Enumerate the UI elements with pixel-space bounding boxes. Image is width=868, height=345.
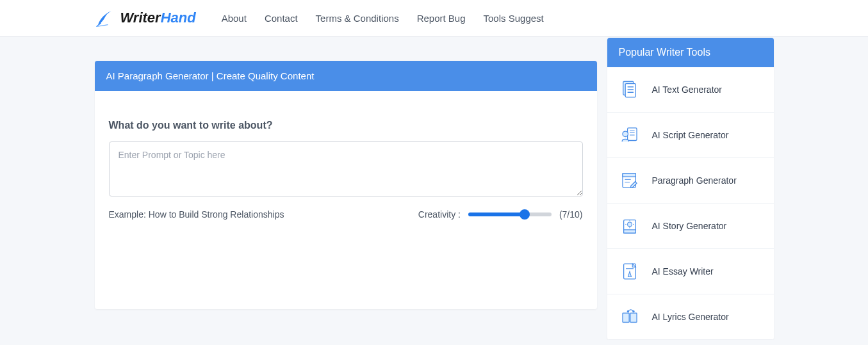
tool-label: AI Story Generator xyxy=(652,221,727,231)
svg-rect-24 xyxy=(630,313,636,322)
svg-rect-11 xyxy=(622,173,635,177)
prompt-input[interactable] xyxy=(109,141,583,197)
nav-about[interactable]: About xyxy=(222,13,247,24)
svg-rect-5 xyxy=(627,128,636,141)
creativity-control: Creativity : (7/10) xyxy=(418,209,583,220)
tool-item-text-generator[interactable]: AI Text Generator xyxy=(607,67,774,113)
sidebar: Popular Writer Tools AI Text Generator A… xyxy=(607,38,774,340)
creativity-label: Creativity : xyxy=(418,209,461,220)
music-book-icon xyxy=(619,306,641,328)
sidebar-header: Popular Writer Tools xyxy=(607,38,774,67)
tool-label: AI Script Generator xyxy=(652,130,729,140)
tool-item-essay-writer[interactable]: AI Essay Writer xyxy=(607,249,774,294)
main-card: AI Paragraph Generator | Create Quality … xyxy=(95,61,597,309)
tool-label: AI Text Generator xyxy=(652,84,722,95)
creativity-slider[interactable] xyxy=(468,213,552,216)
tool-label: AI Essay Writer xyxy=(652,266,714,277)
svg-point-25 xyxy=(626,310,628,312)
main-nav: About Contact Terms & Conditions Report … xyxy=(222,13,544,24)
tool-item-story-generator[interactable]: AI Story Generator xyxy=(607,204,774,249)
tool-item-script-generator[interactable]: AI Script Generator xyxy=(607,113,774,158)
logo-text: WriterHand xyxy=(120,10,196,26)
prompt-label: What do you want to write about? xyxy=(109,120,583,131)
nav-terms[interactable]: Terms & Conditions xyxy=(316,13,399,24)
page-title: AI Paragraph Generator | Create Quality … xyxy=(95,61,597,91)
essay-icon xyxy=(619,261,641,282)
book-idea-icon xyxy=(619,215,641,237)
header: WriterHand About Contact Terms & Conditi… xyxy=(0,0,868,36)
logo[interactable]: WriterHand xyxy=(95,8,196,28)
nav-contact[interactable]: Contact xyxy=(265,13,298,24)
document-icon xyxy=(619,79,641,100)
edit-document-icon xyxy=(619,170,641,191)
svg-rect-23 xyxy=(622,313,628,322)
svg-rect-1 xyxy=(625,84,635,97)
tool-item-paragraph-generator[interactable]: Paragraph Generator xyxy=(607,158,774,204)
creativity-value: (7/10) xyxy=(559,209,583,220)
nav-tools-suggest[interactable]: Tools Suggest xyxy=(484,13,544,24)
tool-label: Paragraph Generator xyxy=(652,175,737,186)
nav-report-bug[interactable]: Report Bug xyxy=(417,13,466,24)
feather-icon xyxy=(95,8,115,28)
tool-item-lyrics-generator[interactable]: AI Lyrics Generator xyxy=(607,294,774,340)
svg-point-9 xyxy=(622,131,628,137)
tool-label: AI Lyrics Generator xyxy=(652,312,729,322)
example-text: Example: How to Build Strong Relationshi… xyxy=(109,209,284,220)
svg-rect-15 xyxy=(623,230,635,233)
svg-point-26 xyxy=(632,310,634,312)
script-icon xyxy=(619,124,641,146)
svg-point-16 xyxy=(627,222,632,227)
